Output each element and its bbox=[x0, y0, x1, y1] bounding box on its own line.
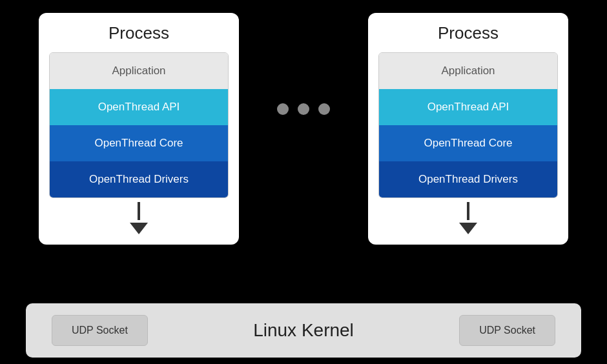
linux-kernel-section: UDP Socket Linux Kernel UDP Socket bbox=[26, 303, 581, 358]
right-arrow-head bbox=[459, 223, 477, 234]
dot-2 bbox=[298, 103, 309, 115]
right-layer-core: OpenThread Core bbox=[379, 125, 557, 161]
dot-1 bbox=[277, 103, 289, 115]
right-stack: Application OpenThread API OpenThread Co… bbox=[378, 52, 558, 198]
right-layer-api: OpenThread API bbox=[379, 89, 557, 125]
left-layer-core: OpenThread Core bbox=[50, 125, 228, 161]
dots-area bbox=[239, 13, 368, 115]
left-process-box: Process Application OpenThread API OpenT… bbox=[39, 13, 239, 245]
right-layer-drivers: OpenThread Drivers bbox=[379, 161, 557, 197]
left-udp-socket: UDP Socket bbox=[52, 315, 148, 346]
dot-3 bbox=[318, 103, 330, 115]
right-layer-application: Application bbox=[379, 53, 557, 89]
linux-kernel-label: Linux Kernel bbox=[148, 320, 459, 341]
left-layer-api: OpenThread API bbox=[50, 89, 228, 125]
right-arrow-shaft bbox=[467, 202, 469, 220]
left-layer-drivers: OpenThread Drivers bbox=[50, 161, 228, 197]
right-process-title: Process bbox=[438, 23, 499, 43]
right-udp-socket: UDP Socket bbox=[459, 315, 555, 346]
left-arrow bbox=[130, 202, 148, 234]
right-arrow bbox=[459, 202, 477, 234]
main-container: Process Application OpenThread API OpenT… bbox=[0, 0, 607, 364]
left-arrow-shaft bbox=[138, 202, 140, 220]
left-arrow-head bbox=[130, 223, 148, 234]
right-process-box: Process Application OpenThread API OpenT… bbox=[368, 13, 568, 245]
left-layer-application: Application bbox=[50, 53, 228, 89]
left-stack: Application OpenThread API OpenThread Co… bbox=[49, 52, 229, 198]
top-section: Process Application OpenThread API OpenT… bbox=[13, 13, 594, 292]
left-process-title: Process bbox=[108, 23, 169, 43]
